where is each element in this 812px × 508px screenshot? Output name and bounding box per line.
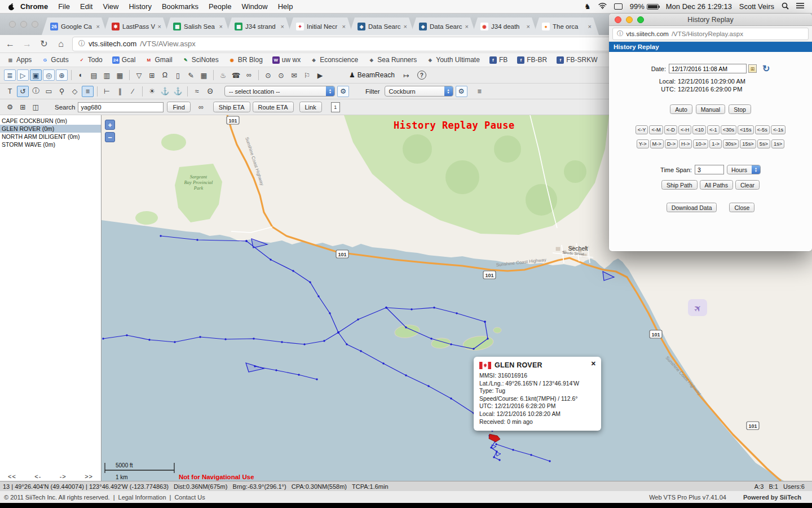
browser-tab[interactable]: ◈ Data Searc × xyxy=(411,17,476,35)
ruler-icon[interactable]: ∕ xyxy=(127,86,139,97)
menubar-item[interactable]: Bookmarks xyxy=(157,2,204,11)
clock-icon[interactable]: Θ xyxy=(204,86,216,97)
text-tool-icon[interactable]: T xyxy=(4,86,16,97)
refresh-icon[interactable]: ↻ xyxy=(762,63,770,74)
timespan-unit-select[interactable]: Hours ▲▼ xyxy=(727,165,761,174)
tab-close-icon[interactable]: × xyxy=(404,23,407,30)
display-icon[interactable] xyxy=(614,3,623,10)
replay-mode-button[interactable]: Auto xyxy=(670,104,692,114)
vessel-list-item[interactable]: STORM WAVE (0m) xyxy=(0,141,101,148)
replay-action-button[interactable]: Close xyxy=(729,203,754,212)
route-point-icon[interactable]: ◇ xyxy=(69,86,81,97)
menu-app-name[interactable]: Chrome xyxy=(17,2,53,11)
menubar-extra-icon[interactable]: ♞ xyxy=(584,2,591,11)
replay-step-back-button[interactable]: <-M xyxy=(649,125,663,134)
menubar-item[interactable]: File xyxy=(53,2,75,11)
filter-select[interactable]: Cockburn ▲▼ xyxy=(385,86,453,97)
bookmark-item[interactable]: ◈ Youth Ultimate xyxy=(426,56,480,64)
document-icon[interactable]: ▯ xyxy=(172,69,184,81)
filter-funnel-icon[interactable]: ▽ xyxy=(133,69,145,81)
alert-bell-icon[interactable]: Ω xyxy=(159,69,171,81)
browser-tab[interactable]: ▦ J34 strand × xyxy=(226,17,292,35)
pager-next-button[interactable]: -> xyxy=(60,473,67,480)
bookmark-item[interactable]: f FB-BR xyxy=(517,56,547,64)
bookmark-item[interactable]: ✎ SciNotes xyxy=(182,56,219,64)
close-window-button[interactable] xyxy=(9,21,16,28)
popup-close-icon[interactable]: ✕ xyxy=(591,360,596,367)
list-icon[interactable]: ≡ xyxy=(82,86,94,97)
message-icon[interactable]: ✉ xyxy=(288,69,300,81)
replay-step-back-button[interactable]: <-5s xyxy=(755,125,770,134)
notification-center-icon[interactable] xyxy=(796,2,804,11)
bookmark-item[interactable]: ✓ Todo xyxy=(78,56,103,64)
brightness-icon[interactable]: ☀ xyxy=(146,86,158,97)
binoculars-icon[interactable]: ∞ xyxy=(195,102,207,113)
spotlight-icon[interactable] xyxy=(782,2,789,11)
settings-gear-icon[interactable]: ⚙ xyxy=(4,102,16,113)
bookmark-item[interactable]: f FB-SRKW xyxy=(557,56,597,64)
minimize-window-button[interactable] xyxy=(20,21,27,28)
search-input[interactable] xyxy=(78,102,164,112)
replay-step-forward-button[interactable]: 15s> xyxy=(740,139,756,148)
link-chain-icon[interactable]: ∞ xyxy=(243,69,255,81)
draw-icon[interactable]: ✎ xyxy=(185,69,197,81)
page-info-icon[interactable]: ⓘ xyxy=(617,29,624,38)
battery-indicator[interactable]: 99% xyxy=(630,2,659,11)
home-button[interactable]: ⌂ xyxy=(55,39,67,49)
menubar-item[interactable]: Help xyxy=(273,2,298,11)
replay-step-back-button[interactable]: <-1s xyxy=(771,125,785,134)
replay-step-forward-button[interactable]: 10-> xyxy=(693,139,708,148)
replay-step-back-button[interactable]: <-H xyxy=(678,125,691,134)
tab-close-icon[interactable]: × xyxy=(281,23,284,30)
replay-step-forward-button[interactable]: 1-> xyxy=(709,139,722,148)
menubar-user[interactable]: Scott Veirs xyxy=(739,2,774,11)
bookmark-item[interactable]: ◈ Econscience xyxy=(310,56,358,64)
tab-close-icon[interactable]: × xyxy=(96,23,100,30)
browser-tab[interactable]: ◈ Data Searc × xyxy=(349,17,414,35)
tab-close-icon[interactable]: × xyxy=(465,23,469,30)
replay-step-back-button[interactable]: <30s xyxy=(721,125,736,134)
replay-step-forward-button[interactable]: Y-> xyxy=(637,139,649,148)
help-button[interactable]: ? xyxy=(417,71,426,80)
bookmark-item[interactable]: 24 Gcal xyxy=(112,56,136,64)
replay-mode-button[interactable]: Stop xyxy=(729,104,751,114)
filter-list-icon[interactable]: ≡ xyxy=(474,86,486,97)
comment-icon[interactable]: ▭ xyxy=(43,86,55,97)
pager-last-button[interactable]: >> xyxy=(85,473,93,480)
playback-tracks-icon[interactable]: ▷ xyxy=(17,69,29,81)
menubar-item[interactable]: Window xyxy=(236,2,272,11)
flag-icon[interactable]: ⚐ xyxy=(301,69,313,81)
grid-table-icon[interactable]: ▦ xyxy=(198,69,210,81)
vessel-list-item[interactable]: GLEN ROVER (0m) xyxy=(0,125,101,133)
wifi-icon[interactable] xyxy=(598,2,607,11)
camera-alt-icon[interactable]: ⊙ xyxy=(275,69,287,81)
pager-first-button[interactable]: << xyxy=(8,473,16,480)
logout-icon[interactable]: ↦ xyxy=(400,69,412,81)
undo-icon[interactable]: ↺ xyxy=(17,86,29,97)
replay-step-back-button[interactable]: <15s xyxy=(738,125,753,134)
location-settings-icon[interactable]: ⚙ xyxy=(337,86,349,97)
reload-button[interactable]: ↻ xyxy=(38,38,50,49)
browser-tab[interactable]: ◉ J34 death × xyxy=(472,17,537,35)
find-button[interactable]: Find xyxy=(167,102,190,112)
fit-width-icon[interactable]: ▥ xyxy=(101,69,113,81)
anchorage-icon[interactable]: ⚓ xyxy=(172,86,184,97)
page-info-icon[interactable]: ⓘ xyxy=(78,39,85,49)
contact-link[interactable]: Contact Us xyxy=(174,494,205,501)
replay-step-forward-button[interactable]: 5s> xyxy=(757,139,770,148)
zoom-extent-icon[interactable]: ▦ xyxy=(114,69,126,81)
replay-step-back-button[interactable]: <-Y xyxy=(636,125,648,134)
replay-date-input[interactable] xyxy=(669,64,747,73)
vessel-list-item[interactable]: NORTH ARM DILIGENT (0m) xyxy=(0,133,101,141)
page-one-icon[interactable]: 1 xyxy=(331,102,340,112)
replay-step-forward-button[interactable]: 1s> xyxy=(771,139,784,148)
menubar-item[interactable]: People xyxy=(204,2,236,11)
bookmark-item[interactable]: G Gcuts xyxy=(41,56,68,64)
browser-tab[interactable]: 26 Google Ca × xyxy=(42,17,107,35)
replay-path-button[interactable]: Ship Path xyxy=(661,180,698,190)
browser-tab[interactable]: ▦ Salish Sea × xyxy=(165,17,230,35)
tab-close-icon[interactable]: × xyxy=(527,23,530,30)
replay-step-forward-button[interactable]: M-> xyxy=(650,139,664,148)
replay-step-forward-button[interactable]: 30s> xyxy=(723,139,739,148)
alarm-icon[interactable]: ♨ xyxy=(217,69,229,81)
